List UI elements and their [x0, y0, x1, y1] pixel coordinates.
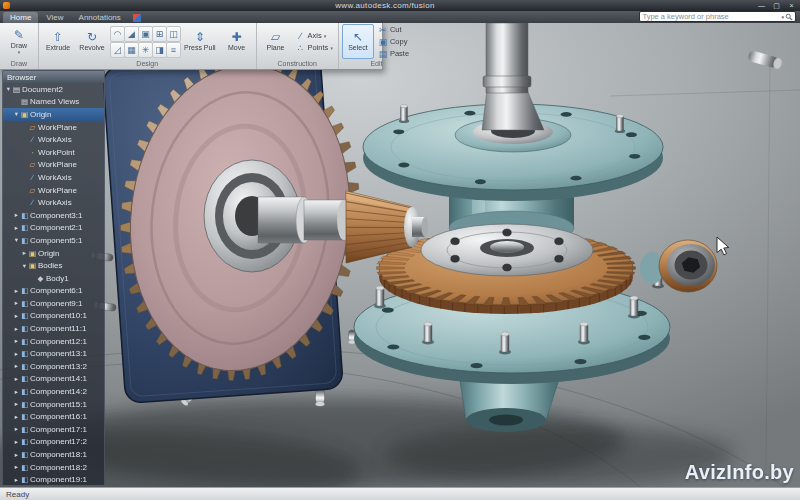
cut-icon: ✂	[378, 25, 388, 35]
tree-item-label: Component2:1	[29, 223, 82, 232]
tree-item[interactable]: ▸◧Component11:1	[3, 322, 104, 335]
select-button[interactable]: ↖ Select	[342, 24, 374, 59]
tab-annotations[interactable]: Annotations	[72, 12, 128, 23]
tree-item[interactable]: ▸◧Component6:1	[3, 285, 104, 298]
tree-item[interactable]: ∕WorkAxis	[3, 133, 104, 146]
tree-item[interactable]: ▸◧Component14:1	[3, 373, 104, 386]
axis-button[interactable]: ∕ Axis ▾	[294, 30, 335, 41]
tree-item[interactable]: ▸◧Component12:1	[3, 335, 104, 348]
cut-button[interactable]: ✂ Cut	[376, 24, 411, 35]
tree-item[interactable]: ▾◧Component5:1	[3, 234, 104, 247]
expand-arrow-icon[interactable]: ▸	[13, 438, 20, 446]
tree-item[interactable]: ▸◧Component19:1	[3, 473, 104, 486]
comp-icon: ◧	[20, 223, 29, 232]
pattern-circular-icon[interactable]: ✳	[138, 42, 153, 58]
tree-item[interactable]: ∕WorkAxis	[3, 171, 104, 184]
expand-arrow-icon[interactable]: ▸	[13, 325, 20, 333]
viewport-3d[interactable]: AvizInfo.by	[0, 23, 800, 488]
expand-arrow-icon[interactable]: ▸	[13, 337, 20, 345]
press-pull-button[interactable]: ⇕ Press Pull	[181, 24, 219, 59]
tree-item[interactable]: ◆Body1	[3, 272, 104, 285]
tree-item[interactable]: ▸◧Component18:1	[3, 448, 104, 461]
expand-arrow-icon[interactable]: ▾	[13, 236, 20, 244]
chamfer-icon[interactable]: ◢	[124, 26, 139, 42]
tree-item-label: WorkPoint	[37, 148, 75, 157]
tree-item[interactable]: ▸▣Origin	[3, 247, 104, 260]
expand-arrow-icon[interactable]: ▸	[13, 362, 20, 370]
combine-icon[interactable]: ⊞	[152, 26, 167, 42]
tree-item-label: Component17:1	[29, 425, 87, 434]
tree-item[interactable]: ▸◧Component14:2	[3, 385, 104, 398]
tree-item-label: Component10:1	[29, 311, 87, 320]
fusion-badge-icon[interactable]	[133, 14, 141, 22]
tree-item[interactable]: ∕WorkAxis	[3, 196, 104, 209]
expand-arrow-icon[interactable]: ▸	[13, 400, 20, 408]
shell-icon[interactable]: ▣	[138, 26, 153, 42]
draw-button[interactable]: ✎ Draw ▾	[3, 24, 35, 59]
expand-arrow-icon[interactable]: ▸	[13, 476, 20, 484]
copy-button[interactable]: ▣ Copy	[376, 36, 411, 47]
expand-arrow-icon[interactable]: ▸	[13, 463, 20, 471]
points-button[interactable]: ∴ Points ▾	[294, 42, 335, 53]
minimize-icon[interactable]: —	[756, 1, 767, 10]
expand-arrow-icon[interactable]: ▸	[13, 451, 20, 459]
thicken-icon[interactable]: ≡	[166, 42, 181, 58]
tab-view[interactable]: View	[39, 12, 70, 23]
3d-scene[interactable]	[0, 23, 800, 488]
tree-item-label: Component9:1	[29, 299, 82, 308]
expand-arrow-icon[interactable]: ▾	[13, 110, 20, 118]
tree-item[interactable]: ▸◧Component17:1	[3, 423, 104, 436]
draft-icon[interactable]: ◿	[110, 42, 125, 58]
close-icon[interactable]: ×	[786, 1, 797, 10]
browser-header[interactable]: Browser	[3, 71, 104, 83]
tree-item[interactable]: ▸◧Component17:2	[3, 436, 104, 449]
expand-arrow-icon[interactable]: ▸	[13, 287, 20, 295]
tab-home[interactable]: Home	[3, 12, 38, 23]
expand-arrow-icon[interactable]: ▸	[13, 375, 20, 383]
tree-item[interactable]: ▸◧Component10:1	[3, 310, 104, 323]
extrude-button[interactable]: ⇧ Extrude	[42, 24, 74, 59]
tree-item[interactable]: ▸◧Component3:1	[3, 209, 104, 222]
tree-item[interactable]: ∙WorkPoint	[3, 146, 104, 159]
expand-arrow-icon[interactable]: ▸	[13, 211, 20, 219]
expand-arrow-icon[interactable]: ▾	[21, 262, 28, 270]
expand-arrow-icon[interactable]: ▸	[13, 350, 20, 358]
expand-arrow-icon[interactable]: ▸	[13, 388, 20, 396]
tree-item[interactable]: ▸◧Component13:2	[3, 360, 104, 373]
tree-item[interactable]: ▸◧Component13:1	[3, 347, 104, 360]
tree-item[interactable]: ▦Named Views	[3, 96, 104, 109]
expand-arrow-icon[interactable]: ▸	[13, 413, 20, 421]
tree-item[interactable]: ▱WorkPlane	[3, 121, 104, 134]
expand-arrow-icon[interactable]: ▸	[13, 312, 20, 320]
move-button[interactable]: ✚ Move	[221, 24, 253, 59]
search-icon[interactable]	[785, 13, 793, 21]
pattern-rectangular-icon[interactable]: ▦	[124, 42, 139, 58]
body-icon: ◆	[36, 274, 45, 283]
tree-item[interactable]: ▸◧Component15:1	[3, 398, 104, 411]
expand-arrow-icon[interactable]: ▸	[13, 224, 20, 232]
tree-item[interactable]: ▾▣Origin	[3, 108, 104, 121]
tree-item[interactable]: ▸◧Component16:1	[3, 410, 104, 423]
expand-arrow-icon[interactable]: ▾	[5, 85, 12, 93]
revolve-button[interactable]: ↻ Revolve	[76, 24, 108, 59]
paste-button[interactable]: ▤ Paste	[376, 48, 411, 59]
mirror-icon[interactable]: ◨	[152, 42, 167, 58]
tree-item[interactable]: ▾▣Bodies	[3, 259, 104, 272]
tree-item[interactable]: ▸◧Component9:1	[3, 297, 104, 310]
tree-item[interactable]: ▱WorkPlane	[3, 159, 104, 172]
expand-arrow-icon[interactable]: ▸	[21, 249, 28, 257]
tree-item[interactable]: ▾▤Document2	[3, 83, 104, 96]
fillet-icon[interactable]: ◠	[110, 26, 125, 42]
app-icon[interactable]	[3, 2, 10, 9]
expand-arrow-icon[interactable]: ▸	[13, 425, 20, 433]
chevron-down-icon[interactable]: ▾	[781, 14, 784, 20]
maximize-icon[interactable]: ▢	[771, 1, 782, 10]
tree-item[interactable]: ▸◧Component18:2	[3, 461, 104, 474]
tree-item[interactable]: ▸◧Component2:1	[3, 222, 104, 235]
tree-item[interactable]: ▱WorkPlane	[3, 184, 104, 197]
search-input[interactable]	[642, 13, 780, 21]
expand-arrow-icon[interactable]: ▸	[13, 299, 20, 307]
search-box[interactable]: ▾	[639, 11, 796, 22]
plane-button[interactable]: ▱ Plane	[260, 24, 292, 59]
split-icon[interactable]: ◫	[166, 26, 181, 42]
